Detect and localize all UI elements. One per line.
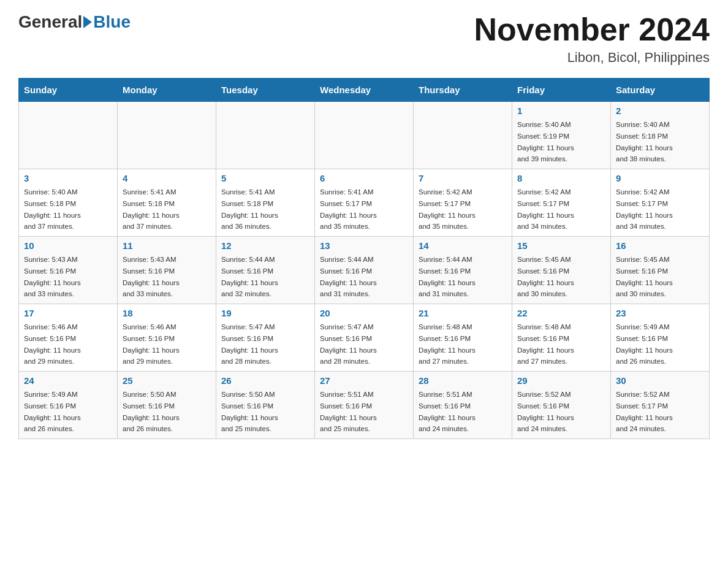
day-number: 14 xyxy=(419,240,507,251)
day-info: Sunrise: 5:45 AM Sunset: 5:16 PM Dayligh… xyxy=(616,256,673,297)
day-info: Sunrise: 5:42 AM Sunset: 5:17 PM Dayligh… xyxy=(419,188,476,230)
col-wednesday: Wednesday xyxy=(315,79,414,102)
calendar-cell: 13Sunrise: 5:44 AM Sunset: 5:16 PM Dayli… xyxy=(315,237,414,304)
day-info: Sunrise: 5:40 AM Sunset: 5:18 PM Dayligh… xyxy=(616,121,673,163)
day-number: 29 xyxy=(517,375,605,386)
day-number: 28 xyxy=(419,375,507,386)
day-number: 8 xyxy=(517,173,605,183)
day-number: 22 xyxy=(517,308,605,318)
day-number: 30 xyxy=(616,375,704,386)
day-info: Sunrise: 5:50 AM Sunset: 5:16 PM Dayligh… xyxy=(221,391,278,432)
calendar-cell: 21Sunrise: 5:48 AM Sunset: 5:16 PM Dayli… xyxy=(414,304,512,372)
calendar-cell xyxy=(19,102,118,169)
day-number: 5 xyxy=(221,173,309,183)
day-number: 20 xyxy=(320,308,408,318)
day-info: Sunrise: 5:43 AM Sunset: 5:16 PM Dayligh… xyxy=(123,256,180,297)
day-number: 27 xyxy=(320,375,408,386)
day-number: 21 xyxy=(419,308,507,318)
col-thursday: Thursday xyxy=(414,79,512,102)
calendar-cell: 11Sunrise: 5:43 AM Sunset: 5:16 PM Dayli… xyxy=(118,237,216,304)
day-info: Sunrise: 5:48 AM Sunset: 5:16 PM Dayligh… xyxy=(517,323,574,365)
day-number: 15 xyxy=(517,240,605,251)
calendar-cell: 7Sunrise: 5:42 AM Sunset: 5:17 PM Daylig… xyxy=(414,169,512,237)
calendar-cell: 26Sunrise: 5:50 AM Sunset: 5:16 PM Dayli… xyxy=(216,372,315,439)
day-info: Sunrise: 5:49 AM Sunset: 5:16 PM Dayligh… xyxy=(24,391,81,432)
calendar-week-row: 24Sunrise: 5:49 AM Sunset: 5:16 PM Dayli… xyxy=(19,372,710,439)
calendar-cell: 14Sunrise: 5:44 AM Sunset: 5:16 PM Dayli… xyxy=(414,237,512,304)
day-info: Sunrise: 5:41 AM Sunset: 5:18 PM Dayligh… xyxy=(123,188,180,230)
logo: General Blue xyxy=(18,12,131,32)
calendar-cell: 4Sunrise: 5:41 AM Sunset: 5:18 PM Daylig… xyxy=(118,169,216,237)
calendar-cell xyxy=(414,102,512,169)
title-area: November 2024 Libon, Bicol, Philippines xyxy=(474,12,710,66)
calendar-cell: 18Sunrise: 5:46 AM Sunset: 5:16 PM Dayli… xyxy=(118,304,216,372)
calendar-cell: 28Sunrise: 5:51 AM Sunset: 5:16 PM Dayli… xyxy=(414,372,512,439)
calendar-cell: 5Sunrise: 5:41 AM Sunset: 5:18 PM Daylig… xyxy=(216,169,315,237)
day-number: 16 xyxy=(616,240,704,251)
day-number: 17 xyxy=(24,308,112,318)
page-header: General Blue November 2024 Libon, Bicol,… xyxy=(18,12,710,66)
calendar-cell: 2Sunrise: 5:40 AM Sunset: 5:18 PM Daylig… xyxy=(611,102,710,169)
calendar-cell xyxy=(315,102,414,169)
day-number: 19 xyxy=(221,308,309,318)
day-number: 24 xyxy=(24,375,112,386)
day-number: 3 xyxy=(24,173,112,183)
day-info: Sunrise: 5:51 AM Sunset: 5:16 PM Dayligh… xyxy=(320,391,377,432)
day-info: Sunrise: 5:41 AM Sunset: 5:17 PM Dayligh… xyxy=(320,188,377,230)
calendar-cell: 19Sunrise: 5:47 AM Sunset: 5:16 PM Dayli… xyxy=(216,304,315,372)
day-info: Sunrise: 5:40 AM Sunset: 5:19 PM Dayligh… xyxy=(517,121,574,163)
calendar-cell: 29Sunrise: 5:52 AM Sunset: 5:16 PM Dayli… xyxy=(512,372,611,439)
col-sunday: Sunday xyxy=(19,79,118,102)
calendar-cell: 1Sunrise: 5:40 AM Sunset: 5:19 PM Daylig… xyxy=(512,102,611,169)
calendar-table: Sunday Monday Tuesday Wednesday Thursday… xyxy=(18,78,710,439)
day-info: Sunrise: 5:46 AM Sunset: 5:16 PM Dayligh… xyxy=(123,323,180,365)
col-tuesday: Tuesday xyxy=(216,79,315,102)
calendar-cell: 25Sunrise: 5:50 AM Sunset: 5:16 PM Dayli… xyxy=(118,372,216,439)
day-info: Sunrise: 5:47 AM Sunset: 5:16 PM Dayligh… xyxy=(320,323,377,365)
calendar-cell: 22Sunrise: 5:48 AM Sunset: 5:16 PM Dayli… xyxy=(512,304,611,372)
calendar-cell xyxy=(216,102,315,169)
calendar-cell: 3Sunrise: 5:40 AM Sunset: 5:18 PM Daylig… xyxy=(19,169,118,237)
day-number: 7 xyxy=(419,173,507,183)
day-info: Sunrise: 5:50 AM Sunset: 5:16 PM Dayligh… xyxy=(123,391,180,432)
day-number: 13 xyxy=(320,240,408,251)
day-number: 18 xyxy=(123,308,211,318)
day-number: 23 xyxy=(616,308,704,318)
calendar-week-row: 3Sunrise: 5:40 AM Sunset: 5:18 PM Daylig… xyxy=(19,169,710,237)
day-info: Sunrise: 5:41 AM Sunset: 5:18 PM Dayligh… xyxy=(221,188,278,230)
calendar-cell: 23Sunrise: 5:49 AM Sunset: 5:16 PM Dayli… xyxy=(611,304,710,372)
calendar-cell: 24Sunrise: 5:49 AM Sunset: 5:16 PM Dayli… xyxy=(19,372,118,439)
day-number: 26 xyxy=(221,375,309,386)
calendar-week-row: 10Sunrise: 5:43 AM Sunset: 5:16 PM Dayli… xyxy=(19,237,710,304)
day-info: Sunrise: 5:44 AM Sunset: 5:16 PM Dayligh… xyxy=(419,256,476,297)
day-info: Sunrise: 5:49 AM Sunset: 5:16 PM Dayligh… xyxy=(616,323,673,365)
day-number: 10 xyxy=(24,240,112,251)
day-info: Sunrise: 5:42 AM Sunset: 5:17 PM Dayligh… xyxy=(517,188,574,230)
day-number: 6 xyxy=(320,173,408,183)
calendar-cell: 20Sunrise: 5:47 AM Sunset: 5:16 PM Dayli… xyxy=(315,304,414,372)
day-info: Sunrise: 5:43 AM Sunset: 5:16 PM Dayligh… xyxy=(24,256,81,297)
col-friday: Friday xyxy=(512,79,611,102)
day-info: Sunrise: 5:46 AM Sunset: 5:16 PM Dayligh… xyxy=(24,323,81,365)
calendar-week-row: 1Sunrise: 5:40 AM Sunset: 5:19 PM Daylig… xyxy=(19,102,710,169)
col-monday: Monday xyxy=(118,79,216,102)
calendar-cell: 12Sunrise: 5:44 AM Sunset: 5:16 PM Dayli… xyxy=(216,237,315,304)
calendar-cell: 8Sunrise: 5:42 AM Sunset: 5:17 PM Daylig… xyxy=(512,169,611,237)
col-saturday: Saturday xyxy=(611,79,710,102)
day-info: Sunrise: 5:52 AM Sunset: 5:17 PM Dayligh… xyxy=(616,391,673,432)
logo-general: General xyxy=(18,12,82,32)
day-info: Sunrise: 5:44 AM Sunset: 5:16 PM Dayligh… xyxy=(221,256,278,297)
weekday-header-row: Sunday Monday Tuesday Wednesday Thursday… xyxy=(19,79,710,102)
day-number: 25 xyxy=(123,375,211,386)
logo-arrow-icon xyxy=(83,16,92,28)
logo-blue: Blue xyxy=(93,12,131,32)
day-info: Sunrise: 5:51 AM Sunset: 5:16 PM Dayligh… xyxy=(419,391,476,432)
calendar-cell: 30Sunrise: 5:52 AM Sunset: 5:17 PM Dayli… xyxy=(611,372,710,439)
calendar-cell: 27Sunrise: 5:51 AM Sunset: 5:16 PM Dayli… xyxy=(315,372,414,439)
day-number: 11 xyxy=(123,240,211,251)
logo-text: General Blue xyxy=(18,12,131,32)
calendar-cell: 9Sunrise: 5:42 AM Sunset: 5:17 PM Daylig… xyxy=(611,169,710,237)
calendar-week-row: 17Sunrise: 5:46 AM Sunset: 5:16 PM Dayli… xyxy=(19,304,710,372)
calendar-cell: 16Sunrise: 5:45 AM Sunset: 5:16 PM Dayli… xyxy=(611,237,710,304)
day-info: Sunrise: 5:48 AM Sunset: 5:16 PM Dayligh… xyxy=(419,323,476,365)
